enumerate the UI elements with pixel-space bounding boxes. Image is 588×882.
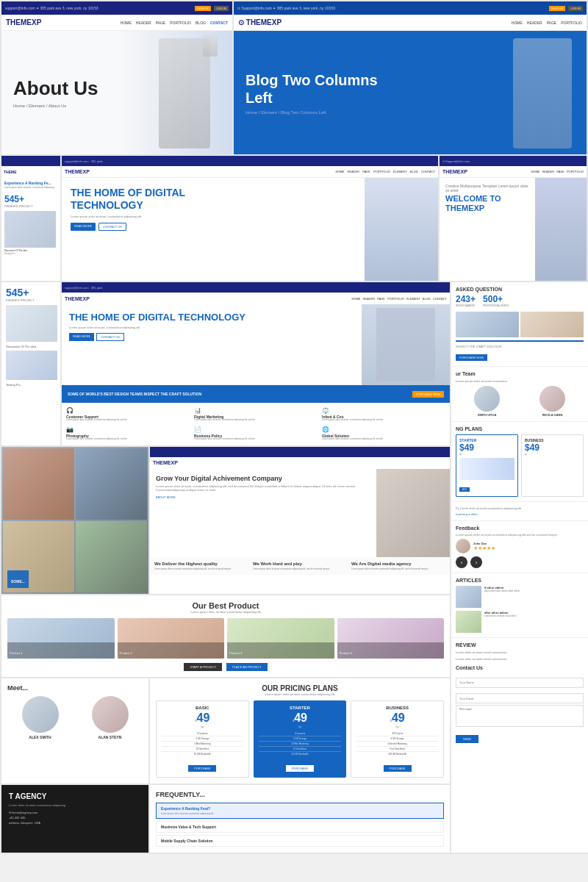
blog-nav-header[interactable]: HEADER — [527, 21, 542, 25]
nav-portfolio[interactable]: PORTFOLIO — [170, 21, 191, 25]
right-stat-2: 500+ PROFESSIONAL WORKS — [483, 294, 509, 307]
contact-send-btn[interactable]: SEND — [456, 735, 478, 743]
welcome-nav-bar: ⊙ Support@info.com — [440, 156, 587, 166]
grow-desc: Lorem ipsum dolor sit amet, consectetur … — [156, 484, 370, 492]
ng-starter-btn[interactable]: BUY — [459, 487, 470, 492]
comp-nav-element[interactable]: ELEMENT — [406, 297, 420, 301]
services-grid: 🎧 Customer Support Lorem ipsum dolor sit… — [62, 403, 450, 445]
grow-link[interactable]: ABOUT MORE — [156, 495, 370, 499]
business-buy-btn[interactable]: PURCHASE — [384, 765, 412, 772]
comp-nav-header[interactable]: HEADER — [362, 297, 375, 301]
about-contact-info: support@info.com ✦ 365 park ave 3, new y… — [5, 6, 98, 10]
screenshot-blog: ⊙ Support@info.com ✦ 365 park ave 3, new… — [234, 1, 587, 154]
nav-page[interactable]: PAGE — [156, 21, 166, 25]
comp-nav-blog[interactable]: BLOG — [423, 297, 431, 301]
pricing-business: BUSINESS $ 49 /yr 30 Projects 8 GB Stora… — [351, 700, 444, 778]
main-nav-element[interactable]: ELEMENT — [393, 170, 407, 173]
welcome-nav-page[interactable]: PAGE — [556, 170, 564, 173]
nav-blog[interactable]: BLOG — [196, 21, 206, 25]
welcome-nav-portfolio[interactable]: PORTFOLIO — [567, 170, 584, 173]
about-logo-bar: THEMEXP HOME HEADER PAGE PORTFOLIO BLOG … — [1, 15, 232, 31]
right-stat-2-label: PROFESSIONAL WORKS — [483, 304, 509, 307]
pricing-title: OUR PRICING PLANS — [156, 684, 444, 692]
ng-starter-price: $49 — [459, 442, 514, 453]
service-2-desc: Lorem ipsum dolor sit amet, consectetur … — [194, 419, 318, 422]
comp-hero: THE HOME OF DIGITAL TECHNOLOGY Lorem ips… — [62, 304, 450, 385]
comp-nav-contact[interactable]: CONTACT — [433, 297, 447, 301]
welcome-nav-home[interactable]: HOME — [531, 170, 539, 173]
next-arrow[interactable]: › — [470, 556, 482, 568]
right-misc-link[interactable]: is pricing is dolor — [456, 512, 584, 516]
login-btn[interactable]: LOG IN — [214, 6, 229, 11]
faq-item-2[interactable]: Maximize Value & Tech Support — [156, 821, 444, 833]
feature-2: We Work Hard and play Lorem ipsum dolor … — [253, 562, 347, 570]
main-hero-image — [365, 178, 438, 281]
contact-name-input[interactable] — [456, 678, 584, 688]
next-arrow-icon: › — [476, 559, 478, 566]
service-2-icon: 📊 — [194, 407, 318, 414]
comp-contact: support@info.com 365 park — [65, 286, 102, 290]
products-title: Our Best Product — [7, 601, 444, 610]
main-nav-header[interactable]: HEADER — [347, 170, 359, 173]
blog-logo-bar: ⊙ THEMEXP HOME HEADER PAGE PORTFOLIO — [234, 15, 587, 31]
basic-buy-btn[interactable]: PURCHASE — [188, 765, 216, 772]
comp-hero-img — [362, 304, 450, 385]
main-nav-home[interactable]: HOME — [335, 170, 344, 173]
right-stat-1: 243+ RECENT AWARDS — [456, 294, 476, 307]
nav-contact[interactable]: CONTACT — [210, 21, 228, 25]
main-contact-us-btn[interactable]: CONTACT US — [98, 223, 126, 231]
member-1-avatar — [22, 696, 59, 733]
faq-q-1: Experience A Ranking Feat? — [161, 806, 439, 811]
main-nav-contact[interactable]: CONTACT — [421, 170, 435, 173]
welcome-nav-header[interactable]: HEADER — [542, 170, 554, 173]
comp-blue-banner: SOME OF WORLD'S BEST DESIGN TEAMS INSPEC… — [62, 385, 450, 403]
comp-nav-portfolio[interactable]: PORTFOLIO — [387, 297, 404, 301]
main-nav-page[interactable]: PAGE — [362, 170, 370, 173]
blog-login-btn[interactable]: LOG IN — [568, 6, 583, 11]
contact-title: Contact Us — [456, 665, 584, 670]
right-team-desc: Lorem ipsum dolor sit amet consectetur — [456, 379, 584, 383]
main-nav-blog[interactable]: BLOG — [410, 170, 418, 173]
starter-buy-btn[interactable]: PURCHASE — [286, 765, 314, 772]
main-nav-portfolio[interactable]: PORTFOLIO — [373, 170, 390, 173]
service-3: ⚖️ Infant & Cos Lorem ipsum dolor sit am… — [322, 407, 445, 422]
blog-signup-btn[interactable]: SIGN UP — [549, 6, 565, 11]
article-1-content: if atluri admin atluri admin atluri admi… — [484, 586, 520, 608]
blog-nav-portfolio[interactable]: PORTFOLIO — [561, 21, 582, 25]
ng-plans-grid: STARTER $49 /yr BUY BUSINESS $49 /yr — [456, 434, 584, 497]
contact-message-input[interactable] — [456, 705, 584, 727]
comp-nav-home[interactable]: HOME — [351, 297, 360, 301]
comp-person-img — [362, 304, 450, 385]
comp-banner-btn[interactable]: PURCHASE NOW — [412, 391, 444, 398]
contact-email-input[interactable] — [456, 693, 584, 703]
faq-item-1[interactable]: Experience A Ranking Feat? Lorem ipsum d… — [156, 803, 444, 819]
three-features: We Deliver the Highest quality Lorem ips… — [150, 557, 450, 575]
screenshot-partial-left: THEME Experience A Ranking Fe... Lorem i… — [1, 156, 60, 281]
right-purchase-btn[interactable]: PURCHASE NOW — [456, 354, 487, 361]
signup-btn[interactable]: SIGN UP — [195, 6, 211, 11]
start-project-btn[interactable]: START A PROJECT — [184, 663, 222, 671]
faq-item-3[interactable]: Mobile Supply Chain Solution — [156, 835, 444, 847]
place-project-btn[interactable]: PLACE AN PROJECT — [226, 663, 267, 671]
comp-read-more[interactable]: READ MORE — [69, 333, 94, 341]
grow-logo: THEMEXP — [153, 460, 178, 465]
prev-arrow[interactable]: ‹ — [456, 556, 467, 568]
basic-f3: 5 Mail Marketing — [161, 742, 244, 747]
ng-starter: STARTER $49 /yr BUY — [456, 434, 518, 497]
feature-1: We Deliver the Highest quality Lorem ips… — [154, 562, 248, 570]
blog-nav-home[interactable]: HOME — [512, 21, 523, 25]
blog-nav-page[interactable]: PAGE — [547, 21, 557, 25]
pricing-starter: STARTER $ 49 /yr 12 projects 4 GB Storag… — [254, 700, 347, 778]
comp-nav-page[interactable]: PAGE — [377, 297, 385, 301]
blog-person-image — [513, 38, 572, 148]
nav-header[interactable]: HEADER — [136, 21, 151, 25]
team-m1-name: SMITH UPLIA — [456, 413, 518, 417]
main-read-more-btn[interactable]: READ MORE — [71, 223, 96, 231]
comp-nav-links: HOME HEADER PAGE PORTFOLIO ELEMENT BLOG … — [351, 297, 447, 301]
comp-contact-btn[interactable]: CONTACT US — [96, 333, 124, 341]
feature-3: We Are Digital media agency Lorem ipsum … — [351, 562, 445, 570]
nav-home[interactable]: HOME — [121, 21, 132, 25]
feature-2-desc: Lorem ipsum dolor sit amet consectetur a… — [253, 567, 347, 570]
service-6: 🌐 Global Solution Lorem ipsum dolor sit … — [322, 426, 445, 441]
about-hero-subtitle: Home / Element / About Us — [13, 104, 98, 108]
